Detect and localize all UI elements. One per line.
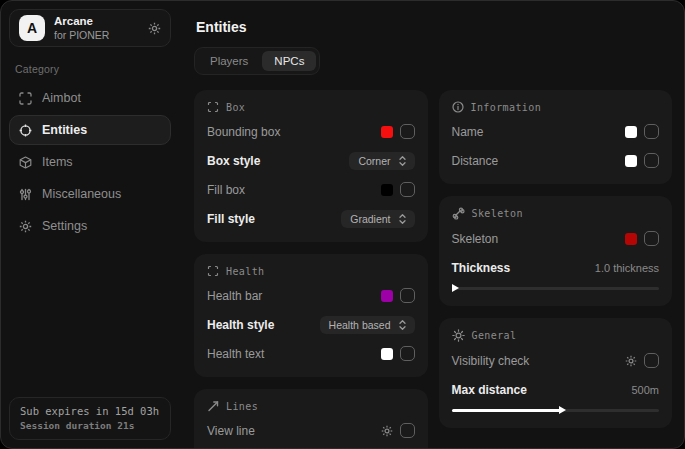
setting-row-bounding-box: Bounding box [207,121,415,142]
gear-icon[interactable] [148,22,161,35]
thickness-value: 1.0 thickness [595,262,659,274]
sub-expiry-text: Sub expires in 15d 03h [20,405,160,417]
health-bar-checkbox[interactable] [400,288,415,303]
setting-row-name: Name [452,121,660,142]
color-swatch[interactable] [381,184,393,196]
sidebar-item-entities[interactable]: Entities [9,115,171,145]
color-swatch[interactable] [625,126,637,138]
color-swatch[interactable] [381,290,393,302]
color-swatch[interactable] [381,348,393,360]
page-title: Entities [196,19,672,35]
dropdown-value: Health based [329,319,391,331]
health-style-dropdown[interactable]: Health based [320,316,415,334]
card-health: Health Health bar Health style Health ba… [194,254,428,377]
sidebar-item-label: Entities [42,123,87,137]
info-icon [452,101,464,113]
sidebar-item-miscellaneous[interactable]: Miscellaneous [9,179,171,209]
max-distance-value: 500m [631,384,659,396]
setting-label: Bounding box [207,125,280,139]
slider-handle[interactable] [452,284,459,292]
card-title: Skeleton [472,208,523,219]
box-style-dropdown[interactable]: Corner [349,152,414,170]
sidebar-item-items[interactable]: Items [9,147,171,177]
setting-label: Name [452,125,484,139]
setting-label: Health bar [207,289,262,303]
fill-style-dropdown[interactable]: Gradient [341,210,414,228]
setting-label: Fill style [207,212,255,226]
sidebar-header: A Arcane for PIONER [9,9,171,47]
card-title: Lines [226,401,258,412]
sidebar-item-settings[interactable]: Settings [9,211,171,241]
view-line-checkbox[interactable] [400,423,415,438]
setting-row-thickness: Thickness 1.0 thickness [452,257,660,278]
card-title: General [472,330,517,341]
tab-players[interactable]: Players [198,51,260,71]
entity-type-tabs: Players NPCs [194,47,320,75]
dropdown-value: Gradient [350,213,390,225]
sidebar-item-aimbot[interactable]: Aimbot [9,83,171,113]
dropdown-value: Corner [358,155,390,167]
skeleton-checkbox[interactable] [644,231,659,246]
card-lines: Lines View line Line to enemy [194,389,428,448]
crosshair-icon [19,124,32,137]
distance-checkbox[interactable] [644,153,659,168]
thickness-slider[interactable] [452,283,660,293]
max-distance-slider[interactable] [452,405,660,415]
color-swatch[interactable] [381,126,393,138]
slider-handle[interactable] [559,406,566,414]
card-skeleton: Skeleton Skeleton Thickness 1.0 thicknes… [439,196,673,306]
chevrons-up-down-icon [397,319,408,331]
visibility-check-checkbox[interactable] [644,353,659,368]
card-box: Box Bounding box Box style Corner [194,90,428,242]
diagonal-line-icon [207,400,219,412]
sidebar-item-label: Settings [42,219,87,233]
corner-brackets-icon [207,265,219,277]
corner-brackets-icon [207,101,219,113]
app-logo: A [19,15,45,41]
session-duration-text: Session duration 21s [20,420,160,431]
category-label: Category [15,63,165,75]
setting-row-view-line: View line [207,420,415,441]
setting-row-max-distance: Max distance 500m [452,379,660,400]
sidebar: A Arcane for PIONER Category Aimbot Enti… [1,1,179,448]
color-swatch[interactable] [625,233,637,245]
setting-label: Health text [207,347,264,361]
setting-label: Skeleton [452,232,499,246]
setting-row-health-style: Health style Health based [207,314,415,335]
setting-label: Visibility check [452,354,530,368]
setting-row-box-style: Box style Corner [207,150,415,171]
health-text-checkbox[interactable] [400,346,415,361]
sidebar-nav: Aimbot Entities Items Miscellaneous [9,83,171,241]
card-title: Health [226,266,265,277]
setting-row-distance: Distance [452,150,660,171]
card-title: Information [471,102,542,113]
gear-icon [19,220,32,233]
card-general: General Visibility check Max distance 50… [439,318,673,428]
chevrons-up-down-icon [397,213,408,225]
color-swatch[interactable] [625,155,637,167]
subscription-status-box: Sub expires in 15d 03h Session duration … [9,397,171,440]
setting-row-fill-box: Fill box [207,179,415,200]
main-content: Entities Players NPCs Box Bounding box [179,1,684,448]
setting-label: Thickness [452,261,511,275]
fill-box-checkbox[interactable] [400,182,415,197]
tab-npcs[interactable]: NPCs [262,51,316,71]
scan-icon [19,92,32,105]
setting-row-visibility-check: Visibility check [452,350,660,371]
name-checkbox[interactable] [644,124,659,139]
setting-row-skeleton: Skeleton [452,228,660,249]
gear-icon[interactable] [381,425,393,437]
app-title: Arcane [54,15,139,28]
setting-row-health-bar: Health bar [207,285,415,306]
bounding-box-checkbox[interactable] [400,124,415,139]
setting-label: View line [207,424,255,438]
bone-icon [452,207,465,220]
setting-label: Fill box [207,183,245,197]
setting-label: Health style [207,318,274,332]
setting-row-health-text: Health text [207,343,415,364]
setting-label: Distance [452,154,499,168]
sun-icon [452,329,465,342]
gear-icon[interactable] [625,355,637,367]
sliders-icon [19,188,32,201]
card-information: Information Name Distance [439,90,673,184]
